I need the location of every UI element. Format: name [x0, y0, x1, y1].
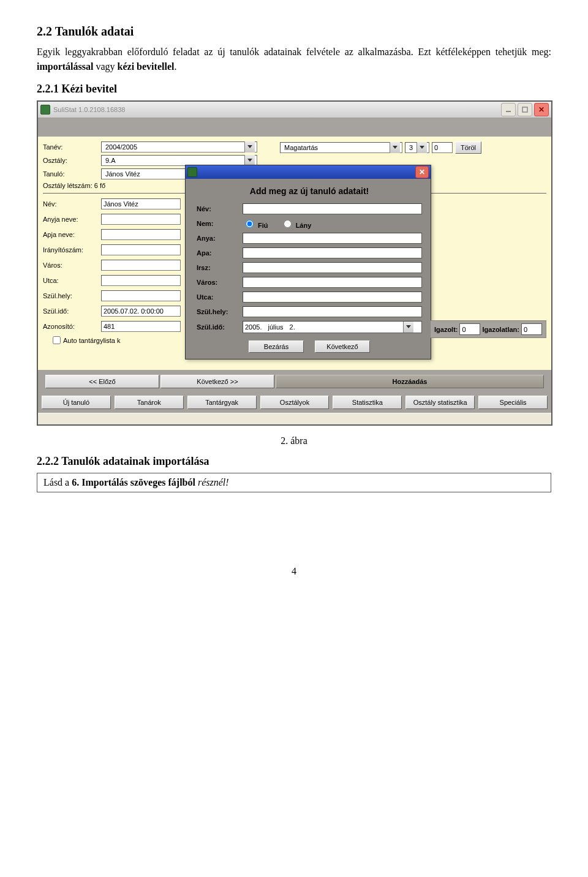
note-box: Lásd a 6. Importálás szöveges fájlból ré…: [37, 473, 551, 492]
field-igazolatlan[interactable]: 0: [521, 323, 542, 335]
combo-tanev[interactable]: 2004/2005: [101, 141, 257, 152]
bottom-tab-bar: Új tanuló Tanárok Tantárgyak Osztályok S…: [38, 394, 551, 413]
heading-section-2-2: 2.2 Tanulók adatai: [37, 24, 551, 39]
dlg-date-picker[interactable]: 2005. július 2.: [243, 321, 422, 333]
tab-uj-tanulo[interactable]: Új tanuló: [42, 396, 111, 409]
svg-rect-1: [522, 107, 527, 112]
label-szhely: Szül.hely:: [43, 292, 101, 299]
label-anyja: Anyja neve:: [43, 216, 101, 223]
dlg-label-szido: Szül.idő:: [197, 323, 243, 331]
checkbox-auto-tantargy[interactable]: Auto tantárgylista k: [43, 336, 184, 344]
heading-2-2-1: 2.2.1 Kézi bevitel: [37, 83, 551, 96]
dialog-title-bar: ✕: [186, 165, 431, 179]
add-button[interactable]: Hozzáadás: [276, 375, 544, 388]
label-utca: Utca:: [43, 277, 101, 284]
chevron-down-icon[interactable]: [417, 142, 427, 153]
page-number: 4: [37, 566, 551, 577]
form-body: Tanév: 2004/2005 Osztály: 9.A Tanuló: Já…: [38, 137, 551, 370]
dlg-field-irsz[interactable]: [243, 262, 422, 273]
checkbox-input[interactable]: [53, 336, 61, 344]
field-azon[interactable]: 481: [101, 321, 181, 332]
chevron-down-icon[interactable]: [390, 142, 400, 153]
tab-tanarok[interactable]: Tanárok: [115, 396, 184, 409]
label-szido: Szül.idő:: [43, 307, 101, 315]
app-icon: [40, 105, 50, 115]
label-igazolatlan: Igazolatlan:: [482, 326, 519, 333]
field-varos[interactable]: [101, 260, 181, 271]
svg-marker-3: [247, 159, 252, 162]
dialog-close-btn[interactable]: Bezárás: [249, 341, 304, 353]
tab-tantargyak[interactable]: Tantárgyak: [187, 396, 257, 409]
label-tanulo: Tanuló:: [43, 170, 101, 178]
dialog-heading: Add meg az új tanuló adatait!: [197, 186, 422, 196]
field-utca[interactable]: [101, 275, 181, 286]
tab-osztaly-statisztika[interactable]: Osztály statisztika: [405, 396, 475, 409]
figure-caption: 2. ábra: [37, 435, 551, 446]
dlg-label-apa: Apa:: [197, 249, 243, 257]
paragraph-intro: Egyik leggyakrabban előforduló feladat a…: [37, 45, 551, 74]
dlg-label-szhely: Szül.hely:: [197, 308, 243, 315]
dlg-label-anya: Anya:: [197, 235, 243, 242]
dlg-field-anya[interactable]: [243, 233, 422, 244]
minimize-button[interactable]: [501, 103, 516, 116]
dlg-field-szhely[interactable]: [243, 306, 422, 317]
label-igazolt: Igazolt:: [434, 326, 458, 333]
combo-grade[interactable]: 3: [405, 142, 429, 153]
svg-marker-5: [420, 146, 424, 149]
label-osztaly: Osztály:: [43, 157, 101, 164]
label-apja: Apja neve:: [43, 231, 101, 238]
field-szhely[interactable]: [101, 290, 181, 301]
title-bar: SuliStat 1.0.2108.16838 ✕: [38, 102, 551, 118]
window-title: SuliStat 1.0.2108.16838: [53, 106, 125, 113]
tab-osztalyok[interactable]: Osztályok: [260, 396, 330, 409]
app-window: SuliStat 1.0.2108.16838 ✕ Tanév: 2004/20…: [37, 100, 552, 426]
dlg-label-irsz: Irsz:: [197, 264, 243, 271]
maximize-button[interactable]: [518, 103, 532, 116]
dlg-label-nev: Név:: [197, 205, 243, 213]
svg-marker-6: [406, 325, 411, 328]
radio-fiu[interactable]: Fiú: [243, 218, 268, 229]
blue-tab-strip: [38, 118, 551, 137]
radio-lany[interactable]: Lány: [281, 218, 312, 229]
dlg-label-nem: Nem:: [197, 220, 243, 227]
tab-statisztika[interactable]: Statisztika: [333, 396, 402, 409]
dlg-field-utca[interactable]: [243, 292, 422, 303]
field-nev[interactable]: János Vitéz: [101, 198, 181, 209]
dlg-field-apa[interactable]: [243, 247, 422, 258]
field-anyja[interactable]: [101, 214, 181, 225]
chevron-down-icon[interactable]: [403, 322, 413, 333]
field-igazolt[interactable]: 0: [459, 323, 480, 335]
dlg-label-varos: Város:: [197, 279, 243, 286]
label-azon: Azonosító:: [43, 323, 101, 330]
prev-button[interactable]: << Előző: [45, 375, 159, 388]
combo-subject[interactable]: Magatartás: [280, 142, 402, 153]
delete-button[interactable]: Töröl: [455, 141, 481, 154]
dialog-next-btn[interactable]: Következő: [315, 341, 370, 353]
dialog-app-icon: [187, 167, 197, 177]
svg-marker-2: [247, 145, 252, 148]
dlg-field-nev[interactable]: [243, 203, 422, 214]
chevron-down-icon[interactable]: [244, 141, 255, 152]
dlg-label-utca: Utca:: [197, 293, 243, 301]
field-irsz[interactable]: [101, 244, 181, 255]
label-nev: Név:: [43, 200, 101, 208]
new-student-dialog: ✕ Add meg az új tanuló adatait! Név: Nem…: [185, 165, 431, 359]
field-weight[interactable]: 0: [432, 142, 453, 153]
status-bar: [38, 413, 551, 424]
label-varos: Város:: [43, 262, 101, 269]
heading-2-2-2: 2.2.2 Tanulók adatainak importálása: [37, 455, 551, 468]
close-button[interactable]: ✕: [534, 103, 549, 116]
tab-specialis[interactable]: Speciális: [478, 396, 548, 409]
label-letszam: Osztály létszám: 6 fő: [43, 182, 105, 189]
next-button[interactable]: Következő >>: [160, 375, 274, 388]
label-tanev: Tanév:: [43, 143, 101, 151]
attendance-panel: Igazolt: 0 Igazolatlan: 0: [430, 320, 546, 338]
label-irsz: Irányítószám:: [43, 246, 101, 254]
field-apja[interactable]: [101, 229, 181, 240]
dlg-field-varos[interactable]: [243, 277, 422, 288]
dialog-close-button[interactable]: ✕: [415, 166, 429, 178]
svg-marker-4: [393, 146, 398, 149]
field-szido[interactable]: 2005.07.02. 0:00:00: [101, 306, 181, 317]
